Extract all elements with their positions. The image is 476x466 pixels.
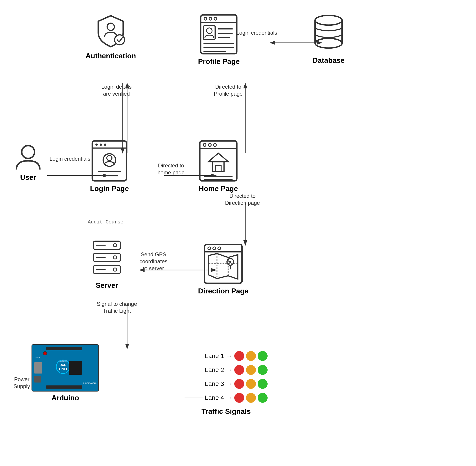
lane-2-line <box>185 370 202 370</box>
authentication-node: Authentication <box>85 13 136 60</box>
svg-point-19 <box>104 144 106 146</box>
svg-rect-81 <box>69 361 82 375</box>
server-icon <box>88 239 126 279</box>
lane-1-lights <box>234 351 268 361</box>
svg-point-63 <box>113 244 117 247</box>
svg-point-13 <box>107 23 114 30</box>
database-node: Database <box>310 13 346 65</box>
lane-3-row: Lane 3 → <box>185 379 268 389</box>
authentication-label: Authentication <box>85 52 136 60</box>
lane-1-arrow: Lane 1 → <box>205 352 232 360</box>
lane-3-line <box>185 384 202 384</box>
svg-rect-80 <box>46 385 82 389</box>
svg-point-17 <box>95 144 98 146</box>
profile-page-node: Profile Page <box>198 13 240 66</box>
directed-home-label: Directed tohome page <box>157 162 185 176</box>
arduino-label: Arduino <box>51 394 79 402</box>
home-page-label: Home Page <box>199 185 238 193</box>
database-label: Database <box>313 56 345 65</box>
svg-point-53 <box>208 247 211 250</box>
svg-rect-24 <box>200 141 237 181</box>
login-page-label: Login Page <box>90 185 129 193</box>
lane-4-line <box>185 398 202 398</box>
auth-icon <box>94 13 128 49</box>
profile-page-icon <box>199 13 239 55</box>
svg-rect-72 <box>34 362 42 373</box>
lane-3-green <box>258 379 268 389</box>
direction-page-icon <box>202 243 245 285</box>
diagram: Audit Course User Authentication <box>0 0 476 466</box>
svg-rect-30 <box>213 162 224 172</box>
lane-1-yellow <box>246 351 256 361</box>
lane-4-red <box>234 393 244 403</box>
user-label: User <box>20 173 36 182</box>
audit-course-label: Audit Course <box>88 219 123 225</box>
login-credentials-label-2: Login credentials <box>236 29 277 36</box>
lane-1-red <box>234 351 244 361</box>
svg-point-12 <box>22 146 35 158</box>
arduino-node: ⊕⊕ UNO Arduino ICSP POWER ANALOG Arduino <box>32 344 99 402</box>
svg-text:⊕⊕: ⊕⊕ <box>60 363 66 367</box>
send-gps-label: Send GPScoordinatesto server <box>140 251 167 272</box>
profile-page-label: Profile Page <box>198 57 240 66</box>
svg-point-38 <box>214 17 217 20</box>
direction-page-label: Direction Page <box>198 287 249 295</box>
svg-text:UNO: UNO <box>59 367 67 371</box>
svg-rect-79 <box>46 347 82 350</box>
lane-3-yellow <box>246 379 256 389</box>
svg-text:POWER ANALOG: POWER ANALOG <box>83 382 97 384</box>
svg-point-40 <box>207 28 212 34</box>
direction-page-node: Direction Page <box>198 243 249 295</box>
lane-4-row: Lane 4 → <box>185 393 268 403</box>
lane-1-line <box>185 356 202 356</box>
directed-direction-label: Directed toDirection page <box>225 192 260 206</box>
login-details-label: Login detailsare verified <box>101 83 132 97</box>
lane-2-row: Lane 2 → <box>185 365 268 375</box>
server-node: Server <box>88 239 126 290</box>
lane-4-arrow: Lane 4 → <box>205 394 232 401</box>
lane-2-arrow: Lane 2 → <box>205 366 232 373</box>
svg-point-78 <box>43 351 47 355</box>
arduino-board-svg: ⊕⊕ UNO Arduino ICSP POWER ANALOG <box>34 347 97 389</box>
svg-point-14 <box>115 35 124 45</box>
home-page-node: Home Page <box>198 140 238 193</box>
svg-rect-31 <box>215 166 221 172</box>
svg-point-60 <box>229 261 232 263</box>
svg-point-55 <box>218 247 221 250</box>
svg-point-26 <box>203 144 206 147</box>
arduino-board: ⊕⊕ UNO Arduino ICSP POWER ANALOG <box>32 344 99 392</box>
svg-marker-29 <box>208 153 228 162</box>
svg-point-21 <box>107 155 112 161</box>
database-icon <box>310 13 346 54</box>
home-page-icon <box>198 140 238 182</box>
lane-2-yellow <box>246 365 256 375</box>
traffic-lights-container: Lane 1 → Lane 2 → Lane <box>185 351 268 403</box>
svg-point-50 <box>315 38 342 48</box>
login-credentials-label-1: Login credentials <box>49 155 90 162</box>
traffic-signals-label: Traffic Signals <box>202 407 251 416</box>
svg-point-47 <box>315 15 342 25</box>
user-node: User <box>13 142 43 182</box>
lane-4-yellow <box>246 393 256 403</box>
directed-profile-label: Directed toProfile page <box>214 83 243 97</box>
lane-3-arrow: Lane 3 → <box>205 380 232 387</box>
user-icon <box>13 142 43 171</box>
lane-3-lights <box>234 379 268 389</box>
svg-point-36 <box>204 17 207 20</box>
lane-1-row: Lane 1 → <box>185 351 268 361</box>
lane-4-green <box>258 393 268 403</box>
svg-point-69 <box>113 268 117 271</box>
server-label: Server <box>96 281 118 290</box>
power-supply-label: PowerSupply <box>13 376 30 390</box>
svg-text:ICSP: ICSP <box>36 357 40 359</box>
svg-text:Arduino: Arduino <box>59 360 67 362</box>
lane-2-lights <box>234 365 268 375</box>
lane-2-red <box>234 365 244 375</box>
login-page-icon <box>90 140 129 182</box>
svg-rect-73 <box>34 376 41 383</box>
svg-point-37 <box>209 17 212 20</box>
svg-point-28 <box>213 144 216 147</box>
svg-point-66 <box>113 256 117 259</box>
svg-point-27 <box>208 144 211 147</box>
login-page-node: Login Page <box>90 140 129 193</box>
